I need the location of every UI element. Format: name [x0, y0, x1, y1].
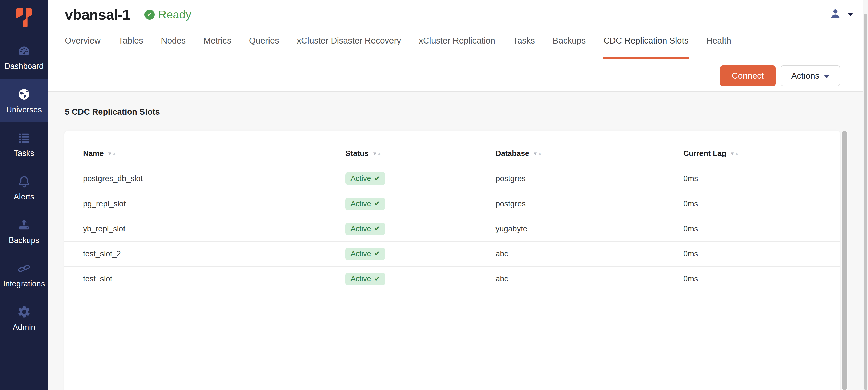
alerts-icon: [17, 174, 31, 189]
slots-table: Name▼▲ Status▼▲ Database▼▲ Current Lag▼▲…: [64, 137, 840, 291]
sidebar-item-dashboard[interactable]: Dashboard: [0, 35, 48, 79]
sidebar-item-admin[interactable]: Admin: [0, 296, 48, 340]
sidebar-item-label: Admin: [13, 323, 35, 332]
yugabyte-logo[interactable]: [0, 0, 48, 35]
table-row[interactable]: postgres_db_slot Active✔ postgres 0ms: [64, 166, 840, 191]
tab-metrics[interactable]: Metrics: [204, 36, 231, 48]
tasks-icon: [17, 131, 31, 145]
tab-backups[interactable]: Backups: [553, 36, 586, 48]
slot-current-lag: 0ms: [683, 241, 840, 266]
backups-icon: [17, 218, 31, 232]
admin-gear-icon: [17, 304, 31, 319]
sidebar-item-label: Backups: [9, 236, 39, 245]
slot-database: abc: [495, 266, 683, 291]
caret-down-icon: [847, 13, 853, 16]
table-row[interactable]: test_slot_2 Active✔ abc 0ms: [64, 241, 840, 266]
cdc-replication-slots-panel: 5 CDC Replication Slots Name▼▲ Status▼▲ …: [48, 92, 863, 390]
universes-icon: [17, 87, 31, 102]
yugabyte-y-icon: [14, 7, 34, 28]
check-icon: ✔: [374, 249, 380, 258]
slot-database: postgres: [495, 166, 683, 191]
table-header-row: Name▼▲ Status▼▲ Database▼▲ Current Lag▼▲: [64, 137, 840, 166]
page-scrollbar[interactable]: [863, 0, 868, 390]
tab-tables[interactable]: Tables: [118, 36, 143, 48]
check-circle-icon: ✔: [145, 10, 155, 20]
universe-header: vbansal-1 ✔ Ready Overview Tables Nodes …: [48, 0, 863, 92]
panel-scrollbar-thumb[interactable]: [842, 131, 847, 390]
slot-name: test_slot_2: [64, 241, 345, 266]
tab-tasks[interactable]: Tasks: [513, 36, 535, 48]
slot-current-lag: 0ms: [683, 266, 840, 291]
universe-status-badge: ✔ Ready: [145, 8, 191, 21]
sort-icon[interactable]: ▼▲: [533, 151, 542, 156]
column-header-name[interactable]: Name▼▲: [64, 137, 345, 166]
tab-cdc-replication-slots[interactable]: CDC Replication Slots: [603, 36, 688, 48]
slot-name: test_slot: [64, 266, 345, 291]
status-badge: Active✔: [345, 198, 385, 210]
status-badge: Active✔: [345, 248, 385, 260]
tab-queries[interactable]: Queries: [249, 36, 279, 48]
section-title: 5 CDC Replication Slots: [48, 92, 863, 117]
universe-status-label: Ready: [158, 8, 191, 21]
sidebar: Dashboard Universes Tasks: [0, 0, 48, 390]
slot-current-lag: 0ms: [683, 216, 840, 241]
status-badge: Active✔: [345, 273, 385, 285]
tab-overview[interactable]: Overview: [65, 36, 101, 48]
page-title: vbansal-1: [65, 6, 130, 23]
panel-scrollbar[interactable]: [841, 131, 848, 390]
sidebar-item-universes[interactable]: Universes: [0, 79, 48, 122]
check-icon: ✔: [374, 174, 380, 183]
sort-icon[interactable]: ▼▲: [730, 151, 739, 156]
status-badge: Active✔: [345, 223, 385, 235]
slot-name: yb_repl_slot: [64, 216, 345, 241]
user-avatar-icon: [829, 8, 841, 20]
page-scrollbar-thumb[interactable]: [864, 14, 867, 390]
slot-name: pg_repl_slot: [64, 191, 345, 216]
table-row[interactable]: yb_repl_slot Active✔ yugabyte 0ms: [64, 216, 840, 241]
actions-button-label: Actions: [791, 71, 820, 81]
slot-database: abc: [495, 241, 683, 266]
slot-name: postgres_db_slot: [64, 166, 345, 191]
slot-current-lag: 0ms: [683, 191, 840, 216]
table-row[interactable]: pg_repl_slot Active✔ postgres 0ms: [64, 191, 840, 216]
sidebar-item-label: Universes: [6, 105, 42, 114]
column-header-database[interactable]: Database▼▲: [495, 137, 683, 166]
slots-table-card: Name▼▲ Status▼▲ Database▼▲ Current Lag▼▲…: [64, 131, 840, 390]
check-icon: ✔: [374, 275, 380, 283]
check-icon: ✔: [374, 224, 380, 233]
check-icon: ✔: [374, 199, 380, 208]
connect-button[interactable]: Connect: [720, 65, 776, 86]
sidebar-item-label: Integrations: [3, 279, 45, 288]
tab-xcluster-replication[interactable]: xCluster Replication: [419, 36, 495, 48]
sidebar-item-label: Tasks: [14, 149, 34, 158]
sort-icon[interactable]: ▼▲: [107, 151, 116, 156]
column-header-status[interactable]: Status▼▲: [345, 137, 495, 166]
sort-icon[interactable]: ▼▲: [372, 151, 381, 156]
sidebar-item-backups[interactable]: Backups: [0, 209, 48, 253]
dashboard-icon: [17, 43, 31, 58]
slot-current-lag: 0ms: [683, 166, 840, 191]
tab-nodes[interactable]: Nodes: [161, 36, 186, 48]
column-header-current-lag[interactable]: Current Lag▼▲: [683, 137, 840, 166]
slot-database: yugabyte: [495, 216, 683, 241]
sidebar-item-integrations[interactable]: Integrations: [0, 253, 48, 296]
status-badge: Active✔: [345, 172, 385, 185]
sidebar-item-alerts[interactable]: Alerts: [0, 166, 48, 209]
title-row: vbansal-1 ✔ Ready: [48, 0, 863, 23]
user-menu[interactable]: [819, 0, 863, 91]
slot-database: postgres: [495, 191, 683, 216]
universe-tabs: Overview Tables Nodes Metrics Queries xC…: [48, 36, 863, 48]
tab-health[interactable]: Health: [706, 36, 731, 48]
tab-xcluster-disaster-recovery[interactable]: xCluster Disaster Recovery: [297, 36, 401, 48]
sidebar-item-label: Alerts: [14, 192, 34, 201]
sidebar-item-label: Dashboard: [5, 62, 43, 71]
sidebar-item-tasks[interactable]: Tasks: [0, 122, 48, 166]
table-row[interactable]: test_slot Active✔ abc 0ms: [64, 266, 840, 291]
integrations-icon: [17, 261, 31, 276]
